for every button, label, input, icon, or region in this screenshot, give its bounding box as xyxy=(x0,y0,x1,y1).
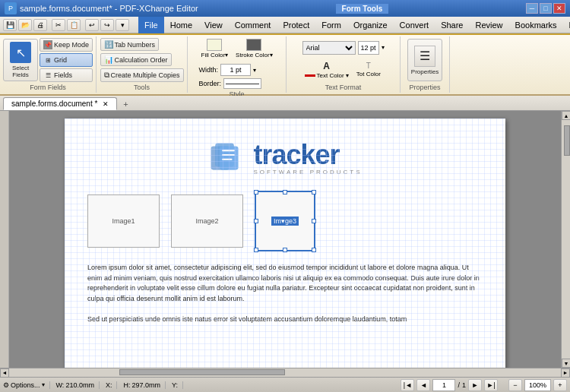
stroke-color-button[interactable]: Stroke Color▾ xyxy=(233,38,274,59)
font-select[interactable]: Arial xyxy=(302,41,356,55)
document-tabs: sample.forms.document * ✕ + xyxy=(0,96,570,111)
qa-copy[interactable]: 📋 xyxy=(67,19,81,31)
h-scroll-track[interactable] xyxy=(9,368,561,377)
horizontal-scrollbar[interactable]: ◄ ► xyxy=(0,368,570,377)
w-label: W: xyxy=(56,381,65,389)
qa-undo[interactable]: ↩ xyxy=(85,19,99,31)
qa-cut[interactable]: ✂ xyxy=(52,19,65,31)
ribbon-group-text-format: Arial ▾ A Text Color ▾ T T xyxy=(287,36,401,93)
image-field-1[interactable]: Image1 xyxy=(87,194,160,248)
menu-protect[interactable]: Protect xyxy=(277,19,315,31)
last-page-button[interactable]: ►| xyxy=(484,379,498,391)
options-dropdown: ▾ xyxy=(42,381,45,388)
scroll-down-arrow[interactable]: ▼ xyxy=(562,359,570,368)
width-dropdown[interactable]: ▾ xyxy=(253,67,256,74)
keep-mode-button[interactable]: 📌 Keep Mode xyxy=(40,38,93,52)
tab-numbers-icon: 🔢 xyxy=(104,40,113,49)
dimensions-y-segment: Y: xyxy=(172,381,183,389)
ribbon-group-style: Fill Color▾ Stroke Color▾ Width: ▾ xyxy=(188,36,287,93)
font-size-dropdown[interactable]: ▾ xyxy=(382,44,385,51)
h-scroll-left-arrow[interactable]: ◄ xyxy=(0,368,9,378)
handle-mr[interactable] xyxy=(312,219,316,223)
select-fields-icon: ↖ xyxy=(10,42,31,63)
handle-tc[interactable] xyxy=(283,190,287,194)
h-scroll-thumb[interactable] xyxy=(119,369,285,375)
close-button[interactable]: ✕ xyxy=(553,3,565,14)
handle-tl[interactable] xyxy=(254,190,258,194)
tab-document[interactable]: sample.forms.document * ✕ xyxy=(3,97,117,110)
select-fields-button[interactable]: ↖ Select Fields xyxy=(3,39,38,81)
menu-help[interactable]: Help xyxy=(563,19,570,31)
image-field-2[interactable]: Image2 xyxy=(171,194,243,248)
border-label: Border: xyxy=(199,80,222,87)
image-field-3[interactable]: Im▾ge3 xyxy=(255,191,315,251)
ribbon-group-properties: ☰ Properties Properties xyxy=(401,36,450,93)
tab-add-button[interactable]: + xyxy=(119,98,132,110)
menu-view[interactable]: View xyxy=(198,19,229,31)
create-multiple-copies-button[interactable]: ⧉ Create Multiple Copies xyxy=(100,68,184,82)
handle-bc[interactable] xyxy=(283,248,287,252)
font-size-input[interactable] xyxy=(358,41,379,55)
create-multiple-copies-icon: ⧉ xyxy=(104,71,109,80)
border-style-selector[interactable] xyxy=(223,78,261,89)
calculation-order-button[interactable]: 📊 Calculation Order xyxy=(100,53,172,66)
document-scroll-area[interactable]: tracker SOFTWARE PRODUCTS Image1 Image2 xyxy=(9,111,561,368)
page-number-input[interactable] xyxy=(432,379,455,391)
menu-share[interactable]: Share xyxy=(435,19,469,31)
minimize-button[interactable]: ─ xyxy=(526,3,538,14)
qa-redo[interactable]: ↪ xyxy=(100,19,114,31)
tab-numbers-button[interactable]: 🔢 Tab Numbers xyxy=(100,38,160,51)
style-content: Fill Color▾ Stroke Color▾ Width: ▾ xyxy=(199,38,275,89)
qa-print[interactable]: 🖨 xyxy=(33,19,47,31)
options-segment[interactable]: ⚙ Options... ▾ xyxy=(3,381,50,389)
handle-ml[interactable] xyxy=(254,219,258,223)
keep-mode-icon: 📌 xyxy=(43,40,52,49)
menu-home[interactable]: Home xyxy=(164,19,198,31)
first-page-button[interactable]: |◄ xyxy=(401,379,414,391)
total-pages: 1 xyxy=(462,381,466,389)
properties-button[interactable]: ☰ Properties xyxy=(407,39,442,81)
menu-convert[interactable]: Convert xyxy=(394,19,435,31)
tracker-name: tracker xyxy=(253,141,362,169)
width-input[interactable] xyxy=(220,64,251,76)
qa-open[interactable]: 📂 xyxy=(18,19,32,31)
tab-close-icon[interactable]: ✕ xyxy=(103,100,109,108)
text-color-swatch xyxy=(305,74,315,77)
ribbon-group-form-fields: ↖ Select Fields 📌 Keep Mode ⊞ Grid ☰ Fie… xyxy=(0,36,97,93)
tot-color-button[interactable]: T Tot Color xyxy=(354,61,383,78)
scroll-thumb[interactable] xyxy=(564,125,570,156)
zoom-out-button[interactable]: − xyxy=(508,379,522,391)
h-scroll-right-arrow[interactable]: ► xyxy=(561,368,570,378)
scroll-up-arrow[interactable]: ▲ xyxy=(562,111,570,120)
handle-tr[interactable] xyxy=(312,190,316,194)
menu-file[interactable]: File xyxy=(138,17,164,33)
qa-save[interactable]: 💾 xyxy=(3,19,17,31)
text-color-button[interactable]: A Text Color ▾ xyxy=(302,60,351,80)
qa-dropdown[interactable]: ▾ xyxy=(116,19,129,31)
tools-label: Tools xyxy=(134,82,150,91)
main-area: tracker SOFTWARE PRODUCTS Image1 Image2 xyxy=(0,111,570,368)
menu-organize[interactable]: Organize xyxy=(347,19,394,31)
prev-page-button[interactable]: ◄ xyxy=(416,379,430,391)
form-fields-label: Form Fields xyxy=(30,82,66,91)
dimensions-x-segment: X: xyxy=(106,381,118,389)
menu-comment[interactable]: Comment xyxy=(229,19,277,31)
handle-br[interactable] xyxy=(312,248,316,252)
zoom-input[interactable] xyxy=(524,379,551,391)
window-controls[interactable]: ─ □ ✕ xyxy=(526,3,565,14)
zoom-in-button[interactable]: + xyxy=(553,379,567,391)
fill-color-button[interactable]: Fill Color▾ xyxy=(199,38,231,59)
menu-bookmarks[interactable]: Bookmarks xyxy=(509,19,563,31)
grid-button[interactable]: ⊞ Grid xyxy=(40,53,93,67)
qa-sep2 xyxy=(82,19,84,31)
form-tools-label: Form Tools xyxy=(342,5,383,13)
app-icon: P xyxy=(5,2,17,14)
fields-button[interactable]: ☰ Fields xyxy=(40,68,93,82)
maximize-button[interactable]: □ xyxy=(540,3,552,14)
next-page-button[interactable]: ► xyxy=(468,379,482,391)
menu-review[interactable]: Review xyxy=(469,19,508,31)
menu-form[interactable]: Form xyxy=(315,19,347,31)
handle-bl[interactable] xyxy=(254,248,258,252)
vertical-scrollbar[interactable]: ▲ ▼ xyxy=(561,111,570,368)
title-text: sample.forms.document* - PDF-XChange Edi… xyxy=(20,4,198,13)
